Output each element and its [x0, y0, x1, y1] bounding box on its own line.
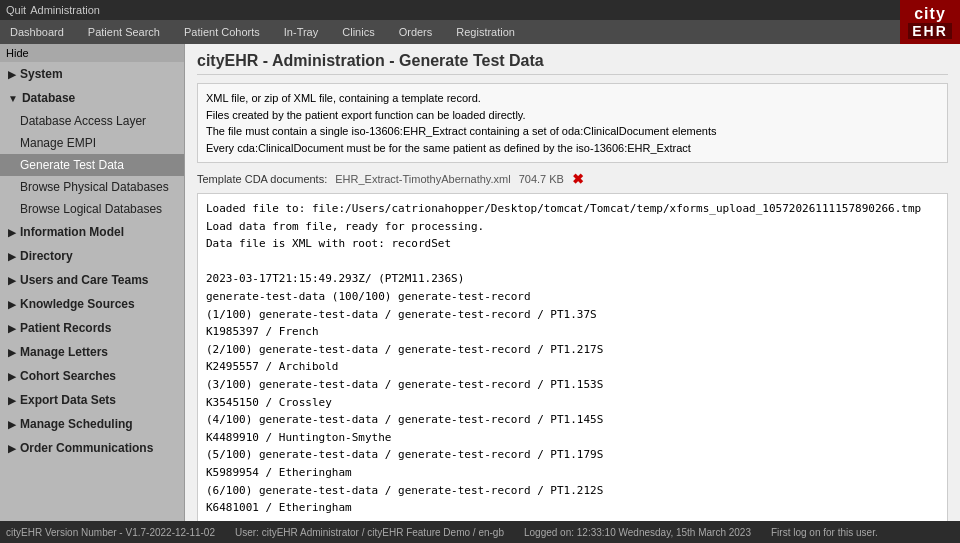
sidebar-item-database-access-layer[interactable]: Database Access Layer — [0, 110, 184, 132]
logo-area: city EHR — [900, 0, 960, 44]
sidebar-section-export-data-sets[interactable]: ▶ Export Data Sets — [0, 388, 184, 412]
information-model-label: Information Model — [20, 225, 124, 239]
sidebar: Hide ▶ System ▼ Database Database Access… — [0, 44, 185, 521]
status-logged-on: Logged on: 12:33:10 Wednesday, 15th Marc… — [524, 527, 751, 538]
sidebar-item-browse-physical-databases[interactable]: Browse Physical Databases — [0, 176, 184, 198]
nav-registration[interactable]: Registration — [452, 24, 519, 40]
information-model-arrow-icon: ▶ — [8, 227, 16, 238]
info-box: XML file, or zip of XML file, containing… — [197, 83, 948, 163]
database-label: Database — [22, 91, 75, 105]
nav-in-tray[interactable]: In-Tray — [280, 24, 322, 40]
output-log: Loaded file to: file:/Users/catrionahopp… — [197, 193, 948, 521]
administration-link[interactable]: Administration — [30, 4, 100, 16]
sidebar-section-manage-letters[interactable]: ▶ Manage Letters — [0, 340, 184, 364]
sidebar-item-browse-logical-databases[interactable]: Browse Logical Databases — [0, 198, 184, 220]
manage-scheduling-arrow-icon: ▶ — [8, 419, 16, 430]
info-line-1: XML file, or zip of XML file, containing… — [206, 90, 939, 107]
system-label: System — [20, 67, 63, 81]
sidebar-section-manage-scheduling[interactable]: ▶ Manage Scheduling — [0, 412, 184, 436]
template-filesize: 704.7 KB — [519, 173, 564, 185]
sidebar-section-order-communications[interactable]: ▶ Order Communications — [0, 436, 184, 460]
knowledge-sources-label: Knowledge Sources — [20, 297, 135, 311]
nav-clinics[interactable]: Clinics — [338, 24, 378, 40]
directory-label: Directory — [20, 249, 73, 263]
sidebar-section-knowledge-sources[interactable]: ▶ Knowledge Sources — [0, 292, 184, 316]
directory-arrow-icon: ▶ — [8, 251, 16, 262]
status-first-log: First log on for this user. — [771, 527, 878, 538]
logo-city: city — [914, 5, 946, 23]
main-layout: Hide ▶ System ▼ Database Database Access… — [0, 44, 960, 521]
status-user: User: cityEHR Administrator / cityEHR Fe… — [235, 527, 504, 538]
info-line-3: The file must contain a single iso-13606… — [206, 123, 939, 140]
sidebar-item-manage-empi[interactable]: Manage EMPI — [0, 132, 184, 154]
nav-patient-search[interactable]: Patient Search — [84, 24, 164, 40]
sidebar-section-information-model[interactable]: ▶ Information Model — [0, 220, 184, 244]
sidebar-section-directory[interactable]: ▶ Directory — [0, 244, 184, 268]
nav-patient-cohorts[interactable]: Patient Cohorts — [180, 24, 264, 40]
logo-ehr: EHR — [908, 23, 952, 39]
manage-scheduling-label: Manage Scheduling — [20, 417, 133, 431]
sidebar-section-patient-records[interactable]: ▶ Patient Records — [0, 316, 184, 340]
system-arrow-icon: ▶ — [8, 69, 16, 80]
top-bar: Quit Administration — [0, 0, 960, 20]
status-version: cityEHR Version Number - V1.7-2022-12-11… — [6, 527, 215, 538]
order-communications-arrow-icon: ▶ — [8, 443, 16, 454]
patient-records-label: Patient Records — [20, 321, 111, 335]
order-communications-label: Order Communications — [20, 441, 153, 455]
info-line-2: Files created by the patient export func… — [206, 107, 939, 124]
sidebar-section-cohort-searches[interactable]: ▶ Cohort Searches — [0, 364, 184, 388]
sidebar-section-users-care-teams[interactable]: ▶ Users and Care Teams — [0, 268, 184, 292]
export-data-sets-label: Export Data Sets — [20, 393, 116, 407]
sidebar-section-system[interactable]: ▶ System — [0, 62, 184, 86]
content-area: cityEHR - Administration - Generate Test… — [185, 44, 960, 521]
nav-orders[interactable]: Orders — [395, 24, 437, 40]
quit-link[interactable]: Quit — [6, 4, 26, 16]
nav-bar: Dashboard Patient Search Patient Cohorts… — [0, 20, 960, 44]
users-care-teams-arrow-icon: ▶ — [8, 275, 16, 286]
cohort-searches-arrow-icon: ▶ — [8, 371, 16, 382]
template-filename: EHR_Extract-TimothyAbernathy.xml — [335, 173, 510, 185]
sidebar-section-database[interactable]: ▼ Database — [0, 86, 184, 110]
sidebar-item-generate-test-data[interactable]: Generate Test Data — [0, 154, 184, 176]
manage-letters-arrow-icon: ▶ — [8, 347, 16, 358]
export-data-sets-arrow-icon: ▶ — [8, 395, 16, 406]
delete-template-icon[interactable]: ✖ — [572, 171, 584, 187]
database-arrow-icon: ▼ — [8, 93, 18, 104]
template-row: Template CDA documents: EHR_Extract-Timo… — [197, 171, 948, 187]
info-line-4: Every cda:ClinicalDocument must be for t… — [206, 140, 939, 157]
patient-records-arrow-icon: ▶ — [8, 323, 16, 334]
manage-letters-label: Manage Letters — [20, 345, 108, 359]
hide-button[interactable]: Hide — [0, 44, 184, 62]
top-bar-left: Quit Administration — [6, 4, 100, 16]
template-label: Template CDA documents: — [197, 173, 327, 185]
users-care-teams-label: Users and Care Teams — [20, 273, 149, 287]
status-bar: cityEHR Version Number - V1.7-2022-12-11… — [0, 521, 960, 543]
page-title: cityEHR - Administration - Generate Test… — [197, 52, 948, 75]
nav-dashboard[interactable]: Dashboard — [6, 24, 68, 40]
knowledge-sources-arrow-icon: ▶ — [8, 299, 16, 310]
cohort-searches-label: Cohort Searches — [20, 369, 116, 383]
